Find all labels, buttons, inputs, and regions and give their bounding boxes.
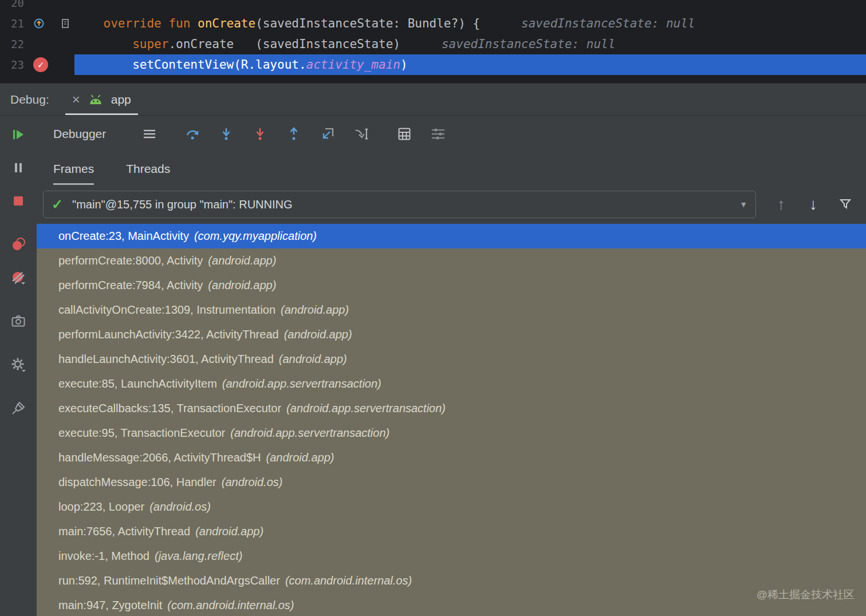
screenshot-button[interactable] — [9, 311, 28, 331]
frame-method: performCreate:7984, Activity — [58, 279, 203, 292]
frame-method: handleLaunchActivity:3601, ActivityThrea… — [58, 353, 274, 366]
layout-settings-button[interactable] — [431, 126, 446, 142]
gutter-icons — [24, 13, 74, 34]
layout-menu-button[interactable] — [142, 126, 157, 142]
frame-package: (com.android.internal.os) — [285, 574, 412, 587]
editor-gutter[interactable]: 22 — [0, 34, 74, 54]
step-over-icon — [185, 127, 200, 141]
gutter-icons: ✓ — [24, 54, 74, 75]
step-into-icon — [219, 127, 234, 141]
frame-method: main:947, ZygoteInit — [58, 599, 162, 612]
run-to-cursor-icon — [354, 127, 369, 141]
thread-selector-row: ✓ "main"@15,755 in group "main": RUNNING… — [37, 185, 866, 224]
frame-package: (android.app.servertransaction) — [286, 402, 446, 415]
run-to-cursor-button[interactable] — [354, 126, 369, 142]
code-line[interactable] — [74, 0, 866, 13]
debugger-toolbar: Debugger — [37, 116, 866, 152]
stack-frame-row[interactable]: onCreate:23, MainActivity(com.yqy.myappl… — [37, 224, 866, 248]
resume-icon — [11, 127, 26, 142]
tab-threads[interactable]: Threads — [126, 152, 170, 185]
gutter-icons — [24, 0, 74, 13]
thread-selector-value: "main"@15,755 in group "main": RUNNING — [72, 198, 739, 211]
filter-icon — [839, 198, 852, 211]
code-line[interactable]: override fun onCreate(savedInstanceState… — [74, 13, 866, 34]
debug-side-toolbar — [0, 116, 37, 616]
stack-frame-row[interactable]: handleLaunchActivity:3601, ActivityThrea… — [37, 347, 866, 372]
stack-frame-row[interactable]: handleMessage:2066, ActivityThread$H(and… — [37, 445, 866, 470]
debug-title: Debug: — [10, 93, 49, 106]
pause-icon — [11, 161, 25, 175]
stack-frame-row[interactable]: main:947, ZygoteInit(com.android.interna… — [37, 593, 866, 616]
breakpoint-verified-icon[interactable]: ✓ — [33, 57, 48, 72]
dropdown-arrow-icon[interactable]: ▼ — [739, 200, 747, 209]
camera-icon — [11, 314, 26, 329]
frame-method: handleMessage:2066, ActivityThread$H — [58, 451, 261, 464]
code-line[interactable]: setContentView(R.layout.activity_main) — [74, 54, 866, 75]
mute-breakpoints-button[interactable] — [9, 268, 28, 287]
frame-method: dispatchMessage:106, Handler — [58, 476, 216, 489]
pin-icon — [11, 401, 26, 416]
stack-frame-row[interactable]: callActivityOnCreate:1309, Instrumentati… — [37, 298, 866, 322]
frame-package: (android.app) — [281, 303, 349, 317]
resume-button[interactable] — [9, 125, 28, 144]
previous-frame-button[interactable]: ↑ — [765, 191, 797, 218]
stop-button[interactable] — [9, 191, 28, 211]
pin-button[interactable] — [9, 398, 28, 418]
stack-frame-row[interactable]: invoke:-1, Method(java.lang.reflect) — [37, 544, 866, 568]
stack-frame-row[interactable]: performCreate:7984, Activity(android.app… — [37, 273, 866, 298]
force-step-into-icon — [253, 127, 267, 141]
stack-frame-row[interactable]: executeCallbacks:135, TransactionExecuto… — [37, 396, 866, 421]
frame-package: (android.app) — [279, 353, 347, 366]
reset-frame-button[interactable] — [320, 126, 335, 142]
editor-line: 20 — [0, 0, 866, 13]
next-frame-button[interactable]: ↓ — [797, 191, 829, 218]
pause-button[interactable] — [9, 158, 28, 177]
tab-app[interactable]: × app — [65, 84, 138, 115]
close-icon[interactable]: × — [72, 93, 80, 106]
gutter-annotation-icon[interactable] — [61, 18, 70, 29]
settings-button[interactable] — [9, 355, 28, 374]
line-number: 22 — [0, 38, 24, 50]
thread-ok-icon: ✓ — [52, 198, 63, 211]
frame-method: run:592, RuntimeInit$MethodAndArgsCaller — [58, 574, 280, 587]
frame-method: execute:95, TransactionExecutor — [58, 427, 225, 440]
editor-gutter[interactable]: 21 — [0, 13, 74, 34]
debugger-label: Debugger — [53, 127, 142, 141]
step-over-button[interactable] — [185, 126, 200, 142]
step-into-button[interactable] — [219, 126, 234, 142]
frame-package: (android.app) — [284, 328, 352, 341]
step-out-button[interactable] — [286, 126, 301, 142]
stack-frame-row[interactable]: execute:95, TransactionExecutor(android.… — [37, 421, 866, 445]
stack-frame-row[interactable]: loop:223, Looper(android.os) — [37, 495, 866, 519]
editor-gutter[interactable]: 20 — [0, 0, 74, 13]
evaluate-expression-button[interactable] — [397, 126, 412, 142]
force-step-into-button[interactable] — [253, 126, 267, 142]
stack-frame-row[interactable]: main:7656, ActivityThread(android.app) — [37, 519, 866, 544]
line-number: 23 — [0, 58, 24, 71]
layout-settings-icon — [431, 127, 446, 141]
code-line[interactable]: super.onCreate (savedInstanceState)saved… — [74, 34, 866, 54]
frame-method: performLaunchActivity:3422, ActivityThre… — [58, 328, 279, 341]
thread-selector[interactable]: ✓ "main"@15,755 in group "main": RUNNING… — [43, 191, 756, 218]
frame-package: (android.app) — [266, 451, 334, 464]
override-method-icon[interactable] — [33, 18, 45, 29]
frame-package: (android.app.servertransaction) — [230, 427, 389, 440]
stack-frame-row[interactable]: run:592, RuntimeInit$MethodAndArgsCaller… — [37, 568, 866, 593]
step-out-icon — [286, 127, 301, 141]
stack-frame-row[interactable]: performLaunchActivity:3422, ActivityThre… — [37, 322, 866, 347]
stack-frame-row[interactable]: execute:85, LaunchActivityItem(android.a… — [37, 372, 866, 396]
debugger-panel: Debugger — [37, 116, 866, 616]
filter-frames-button[interactable] — [829, 191, 861, 218]
frame-package: (com.yqy.myapplication) — [194, 230, 317, 243]
gear-icon — [10, 357, 26, 373]
stack-frame-row[interactable]: dispatchMessage:106, Handler(android.os) — [37, 470, 866, 495]
gutter-icons — [24, 34, 74, 54]
frame-method: performCreate:8000, Activity — [58, 254, 203, 267]
view-breakpoints-button[interactable] — [9, 235, 28, 254]
tab-frames[interactable]: Frames — [53, 152, 94, 185]
editor-gutter[interactable]: 23 ✓ — [0, 54, 74, 75]
stack-frame-row[interactable]: performCreate:8000, Activity(android.app… — [37, 248, 866, 273]
frame-package: (android.os) — [222, 476, 283, 489]
frame-method: invoke:-1, Method — [58, 550, 149, 563]
watermark: @稀土掘金技术社区 — [757, 587, 855, 602]
